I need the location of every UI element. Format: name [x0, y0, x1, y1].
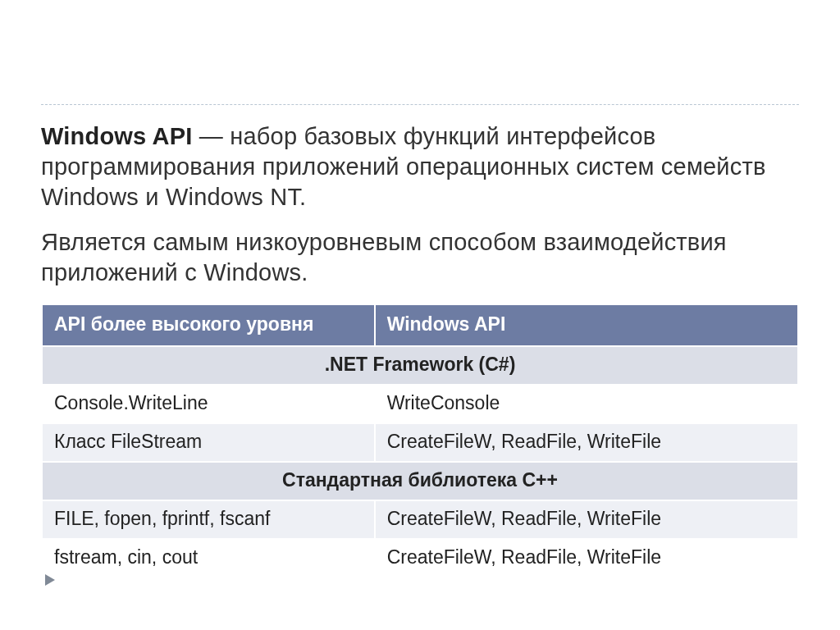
svg-marker-0 [45, 574, 55, 586]
table-cell: Класс FileStream [42, 423, 375, 462]
table-row: Console.WriteLine WriteConsole [42, 385, 798, 423]
api-table: API более высокого уровня Windows API .N… [41, 304, 799, 578]
table-cell: CreateFileW, ReadFile, WriteFile [375, 539, 798, 578]
play-arrow-icon [43, 573, 57, 587]
table-header-col2: Windows API [375, 304, 798, 346]
table-row: FILE, fopen, fprintf, fscanf CreateFileW… [42, 500, 798, 539]
table-cell: CreateFileW, ReadFile, WriteFile [375, 423, 798, 462]
paragraph-definition: Windows API — набор базовых функций инте… [41, 121, 799, 212]
term-windows-api: Windows API [41, 123, 193, 149]
table-cell: CreateFileW, ReadFile, WriteFile [375, 500, 798, 539]
paragraph-note: Является самым низкоуровневым способом в… [41, 227, 799, 288]
slide: Windows API — набор базовых функций инте… [0, 0, 840, 630]
table-cell: fstream, cin, cout [42, 539, 375, 578]
table-section-label: .NET Framework (C#) [42, 346, 798, 385]
table-cell: WriteConsole [375, 385, 798, 423]
table-section-cpp: Стандартная библиотека С++ [42, 462, 798, 500]
table-section-label: Стандартная библиотека С++ [42, 462, 798, 500]
table-cell: Console.WriteLine [42, 385, 375, 423]
table-row: fstream, cin, cout CreateFileW, ReadFile… [42, 539, 798, 578]
table-header-col1: API более высокого уровня [42, 304, 375, 346]
divider-dashed [41, 104, 799, 105]
content-area: Windows API — набор базовых функций инте… [41, 121, 799, 578]
table-row: Класс FileStream CreateFileW, ReadFile, … [42, 423, 798, 462]
table-cell: FILE, fopen, fprintf, fscanf [42, 500, 375, 539]
table-header-row: API более высокого уровня Windows API [42, 304, 798, 346]
table-section-dotnet: .NET Framework (C#) [42, 346, 798, 385]
